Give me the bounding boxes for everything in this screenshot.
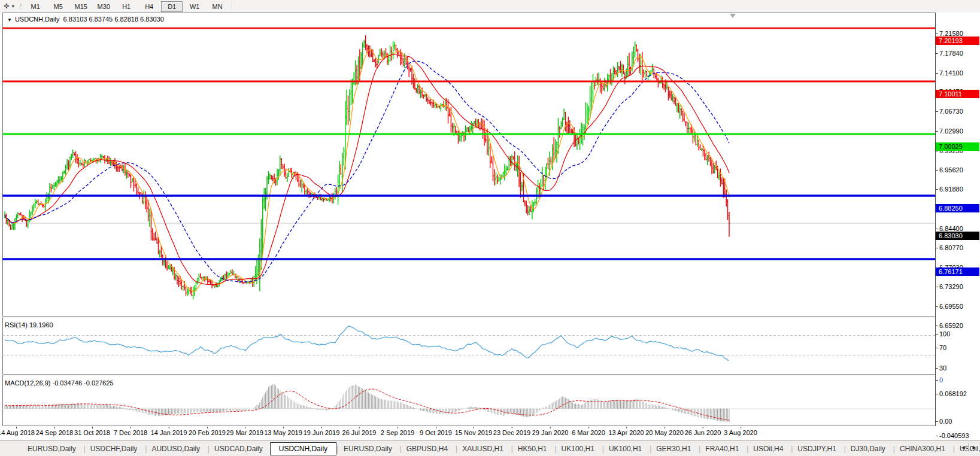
chart-tools-icon: ✜ bbox=[4, 2, 9, 10]
date-axis-label: 23 Dec 2019 bbox=[493, 429, 530, 436]
chart-tab[interactable]: UK100,H1 bbox=[554, 443, 602, 455]
chart-tab[interactable]: GBPUSD,H4 bbox=[399, 443, 455, 455]
price-level-badge: 7.00029 bbox=[936, 142, 979, 151]
chart-tab[interactable]: XAUUSD,H1 bbox=[455, 443, 511, 455]
chart-tab[interactable]: USDCAD,Daily bbox=[207, 443, 270, 455]
price-level-badge: 6.83030 bbox=[936, 232, 979, 240]
macd-axis-label: 0.068192 bbox=[935, 390, 967, 397]
date-axis-label: 2 Sep 2019 bbox=[381, 429, 414, 436]
chart-tab[interactable]: USOil,H4 bbox=[746, 443, 790, 455]
date-axis[interactable]: 14 Aug 201824 Sep 201831 Oct 20187 Dec 2… bbox=[0, 426, 980, 440]
tab-scroll-left-icon[interactable]: ◂ bbox=[959, 443, 967, 452]
price-axis-tick: 6.65920 bbox=[935, 322, 963, 329]
price-axis-tick: 6.91880 bbox=[935, 186, 963, 193]
timeframe-group: M1M5M15M30H1H4D1W1MN bbox=[24, 0, 229, 13]
price-axis-tick: 6.69550 bbox=[935, 303, 963, 310]
date-axis-label: 29 Mar 2019 bbox=[226, 429, 263, 436]
symbol-dropdown-icon[interactable]: ▼ bbox=[7, 17, 12, 23]
price-level-badge: 7.10011 bbox=[936, 90, 979, 98]
date-axis-label: 26 Jul 2019 bbox=[342, 429, 377, 436]
chevron-down-icon: ▼ bbox=[11, 4, 15, 8]
rsi-indicator-label: RSI(14) 19.1960 bbox=[5, 321, 53, 329]
date-axis-label: 31 Oct 2018 bbox=[74, 429, 110, 436]
chart-tab[interactable]: UK100,H1 bbox=[602, 443, 649, 455]
main-chart-canvas[interactable] bbox=[2, 14, 935, 316]
date-axis-label: 26 Jun 2020 bbox=[685, 429, 721, 436]
panel-separator[interactable] bbox=[2, 374, 935, 375]
macd-panel-canvas[interactable] bbox=[2, 375, 935, 425]
price-axis-tick: 7.02990 bbox=[935, 127, 963, 135]
chart-tools-button[interactable]: ✜ ▼ bbox=[0, 2, 19, 10]
panel-separator[interactable] bbox=[2, 316, 935, 317]
date-axis-label: 9 Oct 2019 bbox=[420, 429, 452, 436]
chart-tab[interactable]: HK50,H1 bbox=[511, 443, 554, 455]
price-level-badge: 6.88250 bbox=[936, 204, 979, 212]
chart-tab[interactable]: USDCNH,Daily bbox=[270, 442, 336, 455]
timeframe-button[interactable]: M1 bbox=[25, 1, 46, 12]
chart-tab[interactable]: GER30,H1 bbox=[649, 443, 698, 455]
tab-scroll-right-icon[interactable]: ▸ bbox=[970, 443, 978, 452]
date-axis-label: 14 Aug 2018 bbox=[0, 429, 35, 436]
chart-tab[interactable]: DJ30,Daily bbox=[844, 443, 893, 455]
chart-tab[interactable]: CHINA300,H1 bbox=[893, 443, 952, 455]
date-axis-label: 15 Nov 2019 bbox=[455, 429, 492, 436]
rsi-axis-label: 30 bbox=[935, 364, 946, 372]
timeframe-button[interactable]: H4 bbox=[138, 1, 160, 12]
price-level-badge: 7.20193 bbox=[936, 37, 979, 45]
price-level-badge: 6.76171 bbox=[936, 267, 979, 276]
timeframe-button[interactable]: M30 bbox=[93, 1, 114, 12]
chart-window: ▼USDCNH,Daily 6.83103 6.83745 6.82818 6.… bbox=[0, 13, 980, 440]
date-axis-label: 3 Aug 2020 bbox=[724, 429, 757, 436]
timeframe-button[interactable]: H1 bbox=[116, 1, 137, 12]
chart-title: ▼USDCNH,Daily 6.83103 6.83745 6.82818 6.… bbox=[7, 16, 164, 23]
timeframe-button[interactable]: W1 bbox=[184, 1, 205, 12]
date-axis-label: 20 May 2020 bbox=[645, 429, 684, 436]
price-axis-tick: 6.73290 bbox=[935, 283, 963, 290]
toolbar-grip-handle[interactable]: ⁞⁞ bbox=[20, 4, 20, 10]
macd-axis-label: 0.00 bbox=[935, 418, 952, 425]
date-axis-label: 24 Sep 2018 bbox=[36, 429, 73, 436]
chart-tab[interactable]: EURUSD,Daily bbox=[20, 443, 83, 455]
timeframe-toolbar: ✜ ▼ ⁞⁞ M1M5M15M30H1H4D1W1MN bbox=[0, 0, 980, 13]
tab-scroll-arrows: ◂ ▸ bbox=[959, 443, 978, 452]
chart-tab[interactable]: USDJPY,H1 bbox=[790, 443, 843, 455]
timeframe-button[interactable]: MN bbox=[207, 1, 228, 12]
date-axis-label: 29 Jan 2020 bbox=[532, 429, 569, 436]
chart-tab[interactable]: AUDUSD,Daily bbox=[144, 443, 207, 455]
price-axis-tick: 6.80770 bbox=[935, 244, 963, 251]
chart-title-symbol: USDCNH,Daily bbox=[15, 16, 60, 23]
price-axis-border bbox=[935, 13, 936, 426]
panel-separator bbox=[2, 425, 935, 427]
toolbar-separator bbox=[232, 2, 233, 11]
rsi-axis-label: 100 bbox=[935, 330, 950, 338]
timeframe-button[interactable]: D1 bbox=[161, 1, 183, 12]
date-axis-label: 19 Jun 2019 bbox=[304, 429, 340, 436]
price-axis-tick: 7.06730 bbox=[935, 108, 963, 115]
timeframe-button[interactable]: M5 bbox=[47, 1, 69, 12]
date-axis-label: 14 Jan 2019 bbox=[151, 429, 187, 436]
chart-border-top bbox=[2, 13, 980, 13]
chart-tab[interactable]: EURUSD,Daily bbox=[336, 443, 399, 455]
rsi-axis-label: 70 bbox=[935, 344, 946, 351]
chart-tab-bar: EURUSD,DailyUSDCHF,DailyAUDUSD,DailyUSDC… bbox=[0, 440, 980, 456]
macd-axis-label: -0.040593 bbox=[935, 432, 969, 439]
trading-platform-window: ✜ ▼ ⁞⁞ M1M5M15M30H1H4D1W1MN ▼USDCNH,Dail… bbox=[0, 0, 980, 456]
price-axis-tick: 7.14100 bbox=[935, 69, 963, 77]
price-axis-tick: 7.17840 bbox=[935, 50, 963, 57]
macd-indicator-label: MACD(12,26,9) -0.034746 -0.027625 bbox=[5, 379, 114, 387]
rsi-axis-label: 0 bbox=[935, 376, 943, 384]
rsi-panel-canvas[interactable] bbox=[2, 317, 935, 374]
tab-arrow-separator bbox=[968, 443, 969, 452]
price-axis[interactable]: 7.215807.178407.141007.104707.067307.029… bbox=[935, 13, 980, 440]
chart-tab[interactable]: FRA40,H1 bbox=[698, 443, 746, 455]
date-axis-label: 6 Mar 2020 bbox=[572, 429, 605, 436]
date-axis-label: 20 Feb 2019 bbox=[189, 429, 226, 436]
date-axis-label: 13 May 2019 bbox=[264, 429, 302, 436]
timeframe-button[interactable]: M15 bbox=[70, 1, 92, 12]
chart-shift-marker-icon[interactable] bbox=[730, 14, 736, 18]
chart-title-ohlc: 6.83103 6.83745 6.82818 6.83030 bbox=[63, 16, 164, 23]
chart-tab[interactable]: USDCHF,Daily bbox=[83, 443, 145, 455]
date-axis-label: 13 Apr 2020 bbox=[608, 429, 644, 436]
date-axis-label: 7 Dec 2018 bbox=[114, 429, 147, 436]
price-axis-tick: 6.95620 bbox=[935, 166, 963, 174]
